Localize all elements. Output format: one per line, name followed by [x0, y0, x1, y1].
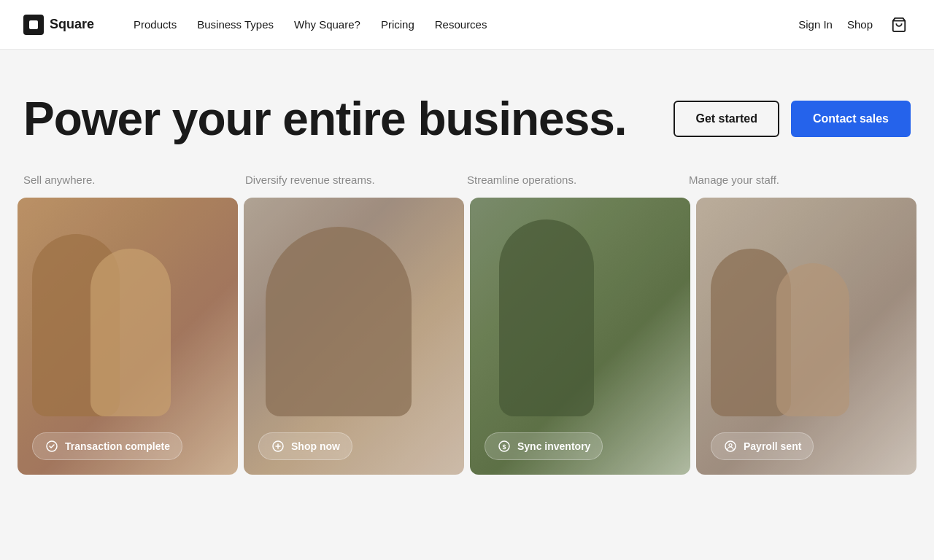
check-icon [45, 439, 59, 454]
card-diversify[interactable]: Shop now [244, 198, 464, 475]
hero-buttons: Get started Contact sales [674, 101, 911, 137]
card-manage-staff[interactable]: Payroll sent [696, 198, 916, 475]
dollar-circle-icon: $ [497, 439, 512, 454]
category-diversify: Diversify revenue streams. [245, 174, 467, 192]
person-circle-icon [723, 439, 738, 454]
nav-right: Sign In Shop [798, 13, 911, 36]
plus-circle-icon [271, 439, 285, 454]
category-manage-staff: Manage your staff. [689, 174, 911, 192]
nav-pricing[interactable]: Pricing [371, 12, 425, 36]
badge-transaction-complete: Transaction complete [32, 432, 182, 460]
svg-point-6 [729, 444, 732, 447]
badge-text-4: Payroll sent [744, 440, 801, 452]
category-sell-anywhere: Sell anywhere. [23, 174, 245, 192]
hero-title: Power your entire business. [23, 93, 644, 144]
navigation: Square Products Business Types Why Squar… [0, 0, 934, 50]
badge-text-3: Sync inventory [517, 440, 590, 452]
nav-links: Products Business Types Why Square? Pric… [123, 12, 798, 36]
get-started-button[interactable]: Get started [674, 101, 779, 137]
badge-text-1: Transaction complete [65, 440, 170, 452]
logo-link[interactable]: Square [23, 15, 94, 35]
shop-link[interactable]: Shop [847, 18, 873, 31]
cards-grid: Transaction complete Shop now $ [0, 198, 934, 475]
badge-sync-inventory: $ Sync inventory [485, 432, 603, 460]
logo-icon [23, 15, 44, 35]
nav-business-types[interactable]: Business Types [187, 12, 284, 36]
svg-text:$: $ [503, 443, 506, 451]
brand-name: Square [50, 17, 94, 32]
badge-text-2: Shop now [291, 440, 340, 452]
badge-payroll-sent: Payroll sent [711, 432, 814, 460]
badge-shop-now: Shop now [258, 432, 352, 460]
sign-in-link[interactable]: Sign In [798, 18, 833, 31]
card-sell-anywhere[interactable]: Transaction complete [18, 198, 238, 475]
category-labels: Sell anywhere. Diversify revenue streams… [0, 174, 934, 192]
nav-resources[interactable]: Resources [425, 12, 498, 36]
card-streamline[interactable]: $ Sync inventory [470, 198, 690, 475]
category-streamline: Streamline operations. [467, 174, 689, 192]
nav-why-square[interactable]: Why Square? [284, 12, 371, 36]
nav-products[interactable]: Products [123, 12, 187, 36]
hero-section: Power your entire business. Get started … [0, 50, 934, 174]
contact-sales-button[interactable]: Contact sales [791, 101, 911, 137]
cart-icon[interactable] [887, 13, 911, 36]
